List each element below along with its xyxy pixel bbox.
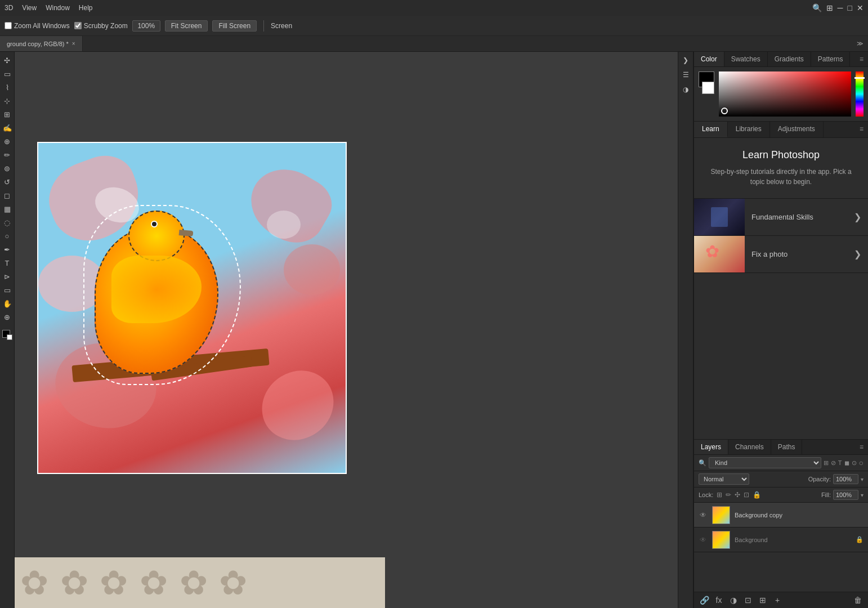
tool-eraser[interactable]: ◻ <box>1 189 14 202</box>
opacity-input[interactable] <box>833 474 858 484</box>
tool-path[interactable]: ⊳ <box>1 270 14 283</box>
right-panel: Color Swatches Gradients Patterns ≡ Le <box>693 52 868 608</box>
tool-hand[interactable]: ✋ <box>1 297 14 310</box>
layer-name-bg-copy: Background copy <box>735 512 863 518</box>
zoom-all-windows-checkbox[interactable]: Zoom All Windows <box>5 22 70 30</box>
channels-tab[interactable]: Channels <box>728 440 771 454</box>
tool-history[interactable]: ↺ <box>1 176 14 188</box>
filter-type-icon5[interactable]: ⊙ <box>852 459 857 467</box>
tool-fg-bg-color[interactable] <box>1 329 14 341</box>
fill-input[interactable] <box>833 490 858 500</box>
lock-transparent-icon[interactable]: ⊞ <box>717 491 722 499</box>
search-filter-icon[interactable]: 🔍 <box>699 459 706 467</box>
canvas-image[interactable] <box>37 142 347 474</box>
lock-all-icon[interactable]: 🔒 <box>753 491 761 499</box>
color-tab[interactable]: Color <box>694 52 724 66</box>
tool-lasso[interactable]: ⌇ <box>1 81 14 93</box>
fit-screen-button[interactable]: Fit Screen <box>165 20 208 32</box>
layer-visibility-bg-copy[interactable]: 👁 <box>699 511 708 520</box>
layers-panel-menu[interactable]: ≡ <box>855 440 868 454</box>
lock-pixels-icon[interactable]: ✏ <box>726 491 731 499</box>
new-layer-button[interactable]: + <box>772 594 783 606</box>
patterns-tab[interactable]: Patterns <box>811 52 851 66</box>
learn-panel-menu[interactable]: ≡ <box>855 122 868 137</box>
minimize-icon[interactable]: ─ <box>838 3 843 12</box>
adjustments-strip-icon[interactable]: ◑ <box>679 83 692 96</box>
scrubby-zoom-checkbox[interactable]: Scrubby Zoom <box>74 22 128 30</box>
tool-eyedropper[interactable]: ✍ <box>1 122 14 134</box>
layer-name-bg: Background <box>735 537 851 543</box>
tool-move[interactable]: ✣ <box>1 54 14 66</box>
lock-position-icon[interactable]: ✣ <box>735 491 740 499</box>
fill-chevron[interactable]: ▾ <box>861 492 863 498</box>
fill-screen-button[interactable]: Fill Screen <box>212 20 257 32</box>
background-color[interactable] <box>702 82 714 94</box>
hue-slider[interactable] <box>856 71 863 117</box>
menu-window[interactable]: Window <box>46 4 70 12</box>
tool-dodge[interactable]: ○ <box>1 230 14 242</box>
fundamental-skills-label: Fundamental Skills <box>745 213 847 221</box>
zoom-all-windows-input[interactable] <box>5 22 12 29</box>
adjustments-tab[interactable]: Adjustments <box>770 122 824 137</box>
layers-footer: 🔗 fx ◑ ⊡ ⊞ + 🗑 <box>694 592 868 608</box>
bird-eye <box>151 221 158 227</box>
tool-text[interactable]: T <box>1 257 14 269</box>
tool-healing[interactable]: ⊕ <box>1 135 14 147</box>
new-fill-button[interactable]: ◑ <box>728 594 739 606</box>
filter-type-icon3[interactable]: T <box>838 459 842 466</box>
color-picker-area <box>694 67 868 121</box>
layer-row-bg[interactable]: 👁 Background 🔒 <box>694 527 868 552</box>
tool-blur[interactable]: ◌ <box>1 216 14 229</box>
tool-select[interactable]: ▭ <box>1 68 14 80</box>
filter-type-icon1[interactable]: ⊞ <box>824 459 829 467</box>
tool-brush[interactable]: ✏ <box>1 149 14 161</box>
bottom-pattern: ✿ ✿ ✿ ✿ ✿ ✿ <box>15 557 385 608</box>
blend-mode-select[interactable]: Normal <box>699 473 749 485</box>
zoom-input[interactable] <box>132 20 160 32</box>
layer-visibility-bg[interactable]: 👁 <box>699 535 708 544</box>
tool-zoom[interactable]: ⊕ <box>1 311 14 323</box>
layers-tab[interactable]: Layers <box>694 440 728 454</box>
delete-layer-button[interactable]: 🗑 <box>852 594 863 606</box>
group-button[interactable]: ⊞ <box>757 594 768 606</box>
link-layers-button[interactable]: 🔗 <box>699 594 710 606</box>
menu-3d[interactable]: 3D <box>5 4 13 12</box>
scrubby-zoom-input[interactable] <box>74 22 82 29</box>
fx-button[interactable]: fx <box>713 594 724 606</box>
filter-toggle[interactable]: ○ <box>859 458 863 467</box>
gradients-tab[interactable]: Gradients <box>768 52 811 66</box>
paths-tab[interactable]: Paths <box>771 440 803 454</box>
learn-tab[interactable]: Learn <box>694 122 728 137</box>
mask-button[interactable]: ⊡ <box>742 594 754 606</box>
close-icon[interactable]: ✕ <box>857 3 863 12</box>
libraries-tab[interactable]: Libraries <box>728 122 770 137</box>
menu-view[interactable]: View <box>22 4 37 12</box>
tool-magic-wand[interactable]: ⊹ <box>1 95 14 107</box>
fundamental-skills-card[interactable]: Fundamental Skills ❯ <box>694 199 868 236</box>
tool-shape[interactable]: ▭ <box>1 284 14 296</box>
filter-type-icon2[interactable]: ⊘ <box>831 459 836 467</box>
menu-help[interactable]: Help <box>79 4 93 12</box>
swatches-tab[interactable]: Swatches <box>724 52 768 66</box>
color-panel-menu[interactable]: ≡ <box>855 52 868 66</box>
layer-row-bg-copy[interactable]: 👁 Background copy <box>694 503 868 527</box>
fix-photo-card[interactable]: Fix a photo ❯ <box>694 236 868 273</box>
opacity-chevron[interactable]: ▾ <box>861 476 863 482</box>
lock-artboard-icon[interactable]: ⊡ <box>744 491 749 499</box>
tab-collapse[interactable]: ≫ <box>852 40 868 47</box>
color-swatch-box <box>699 71 714 101</box>
doc-tab[interactable]: ground copy, RGB/8) * × <box>0 36 83 51</box>
filter-type-icon4[interactable]: ◼ <box>844 459 849 467</box>
layers-icon[interactable]: ☰ <box>679 69 692 81</box>
color-gradient-picker[interactable] <box>719 71 851 117</box>
tool-crop[interactable]: ⊞ <box>1 108 14 120</box>
doc-tab-close[interactable]: × <box>72 41 75 47</box>
arrange-icon[interactable]: ⊞ <box>826 3 833 12</box>
tool-gradient[interactable]: ▦ <box>1 203 14 215</box>
tool-pen[interactable]: ✒ <box>1 243 14 256</box>
maximize-icon[interactable]: □ <box>848 3 852 12</box>
tool-clone[interactable]: ⊚ <box>1 162 14 175</box>
search-icon[interactable]: 🔍 <box>812 3 822 12</box>
layer-filter-select[interactable]: Kind <box>709 457 821 468</box>
panels-toggle-icon[interactable]: ❯ <box>679 54 692 66</box>
